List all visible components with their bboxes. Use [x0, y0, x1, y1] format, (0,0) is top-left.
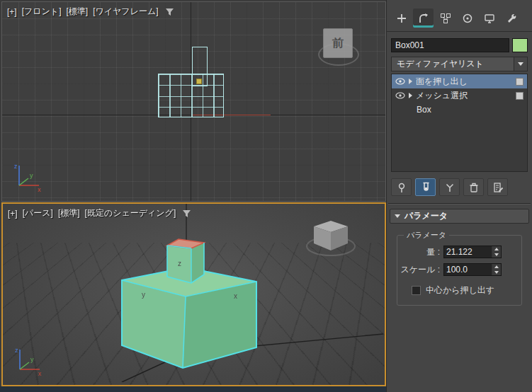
parameters-group: パラメータ 量 : スケール :	[397, 235, 522, 306]
spin-down-button[interactable]	[492, 270, 501, 275]
spin-up-button[interactable]	[492, 264, 501, 270]
extrude-from-center-label: 中心から押し出す	[426, 284, 494, 296]
viewport-menu-shading[interactable]: [既定のシェーディング]	[85, 207, 176, 219]
remove-modifier-button[interactable]	[463, 178, 484, 196]
base-object-label: Box	[417, 105, 431, 115]
axis-x-label: x	[38, 186, 41, 192]
world-axis-tripod: z x y	[11, 160, 43, 192]
make-unique-button[interactable]	[439, 178, 460, 196]
stack-row-mesh-select[interactable]: メッシュ選択	[392, 88, 527, 103]
perspective-canvas: y x z z x y [+] [パース] [標準]	[3, 204, 385, 385]
modifier-toggle-square[interactable]	[516, 78, 523, 86]
eye-icon[interactable]	[395, 78, 405, 85]
spin-down-icon	[494, 253, 499, 256]
rollout-parameters[interactable]: パラメータ	[390, 209, 529, 224]
dropdown-arrow-button[interactable]	[514, 57, 527, 71]
viewport-menu-pov[interactable]: [標準]	[66, 6, 88, 18]
tab-create[interactable]	[391, 8, 412, 28]
stack-toolbar	[391, 178, 528, 196]
group-title: パラメータ	[404, 230, 449, 241]
object-name-row	[391, 38, 528, 52]
tab-display[interactable]	[479, 8, 499, 28]
viewport-menu-general[interactable]: [+]	[8, 209, 18, 219]
modifier-stack: 面を押し出し メッシュ選択 Box	[391, 74, 528, 172]
modifier-list-label: モディファイヤリスト	[397, 58, 484, 70]
timeline-strip	[0, 386, 386, 392]
modifier-list-dropdown[interactable]: モディファイヤリスト	[391, 57, 528, 71]
spin-up-icon	[494, 248, 499, 250]
show-end-result-button[interactable]	[415, 178, 436, 196]
amount-spin-buttons	[492, 246, 501, 258]
box-extrusion-solid[interactable]	[167, 239, 204, 283]
motion-icon	[462, 13, 473, 24]
axis-y-label: y	[30, 356, 34, 363]
trash-icon	[468, 182, 480, 193]
command-panel-tabs	[387, 0, 532, 32]
pin-stack-button[interactable]	[391, 178, 412, 196]
modifier-label: メッシュ選択	[416, 90, 468, 102]
modify-icon	[418, 13, 429, 24]
stack-row-box[interactable]: Box	[392, 103, 527, 117]
utilities-icon	[506, 13, 517, 24]
amount-spinner	[443, 246, 502, 258]
viewport-perspective[interactable]: y x z z x y [+] [パース] [標準]	[1, 202, 386, 386]
modifier-toggle-square[interactable]	[516, 92, 523, 100]
extrude-from-center-row: 中心から押し出す	[412, 284, 519, 296]
extrude-gizmo-handle[interactable]	[196, 79, 202, 84]
gizmo-y-label: y	[142, 291, 145, 299]
viewcube-front[interactable]: 前	[323, 28, 353, 58]
object-name-field[interactable]	[391, 38, 509, 52]
wireframe-box-base[interactable]	[158, 74, 224, 117]
chevron-down-icon	[518, 62, 523, 66]
viewport-menu-view[interactable]: [パース]	[23, 207, 53, 219]
stack-row-face-extrude[interactable]: 面を押し出し	[392, 74, 527, 88]
scale-spinner	[443, 263, 502, 276]
configure-icon	[492, 182, 504, 193]
panel-divider	[388, 203, 531, 204]
command-panel: モディファイヤリスト 面を押し出し メッシュ	[386, 0, 532, 392]
amount-row: 量 :	[400, 246, 519, 258]
tab-motion[interactable]	[457, 8, 477, 28]
axis-x-label: x	[38, 370, 42, 376]
scale-label: スケール :	[400, 264, 440, 276]
expand-arrow-icon[interactable]	[409, 79, 412, 84]
create-icon	[396, 13, 407, 24]
show-end-result-icon	[420, 182, 431, 193]
amount-label: 量 :	[426, 246, 440, 258]
display-icon	[484, 13, 495, 24]
modifier-label: 面を押し出し	[416, 76, 468, 88]
expand-arrow-icon[interactable]	[409, 93, 412, 98]
tab-hierarchy[interactable]	[435, 8, 455, 28]
spin-down-icon	[494, 271, 499, 274]
scale-row: スケール :	[400, 263, 519, 276]
world-axis-tripod: z x y	[11, 344, 44, 376]
eye-icon[interactable]	[395, 92, 405, 99]
application-window: 前 z x y [+] [フロント] [標準] [ワイヤフレーム]	[0, 0, 532, 392]
filter-funnel-icon[interactable]	[165, 8, 174, 16]
axis-z-label: z	[15, 347, 18, 354]
viewport-menu-view[interactable]: [フロント]	[22, 6, 62, 18]
make-unique-icon	[444, 182, 455, 193]
filter-funnel-icon[interactable]	[182, 209, 191, 218]
viewcube-perspective[interactable]	[304, 217, 359, 260]
scale-spin-buttons	[492, 264, 501, 275]
extrude-from-center-checkbox[interactable]	[412, 286, 421, 295]
axis-z-label: z	[14, 163, 18, 170]
object-color-swatch[interactable]	[512, 38, 528, 52]
viewport-menu-shading[interactable]: [ワイヤフレーム]	[93, 6, 158, 18]
spin-up-icon	[494, 265, 499, 268]
amount-input[interactable]	[444, 246, 492, 258]
viewport-menu-general[interactable]: [+]	[7, 7, 17, 17]
tab-utilities[interactable]	[501, 8, 521, 28]
tab-modify[interactable]	[413, 8, 434, 28]
configure-modifier-sets-button[interactable]	[487, 178, 508, 196]
spin-up-button[interactable]	[492, 246, 501, 252]
scale-input[interactable]	[444, 264, 492, 275]
rollout-collapse-icon	[395, 214, 400, 218]
rollout-title: パラメータ	[404, 210, 448, 222]
spin-down-button[interactable]	[492, 252, 501, 258]
viewport-front[interactable]: 前 z x y [+] [フロント] [標準] [ワイヤフレーム]	[1, 1, 386, 202]
viewport-front-label-bar: [+] [フロント] [標準] [ワイヤフレーム]	[7, 6, 174, 18]
pin-stack-icon	[396, 182, 407, 193]
viewport-menu-pov[interactable]: [標準]	[58, 207, 80, 219]
